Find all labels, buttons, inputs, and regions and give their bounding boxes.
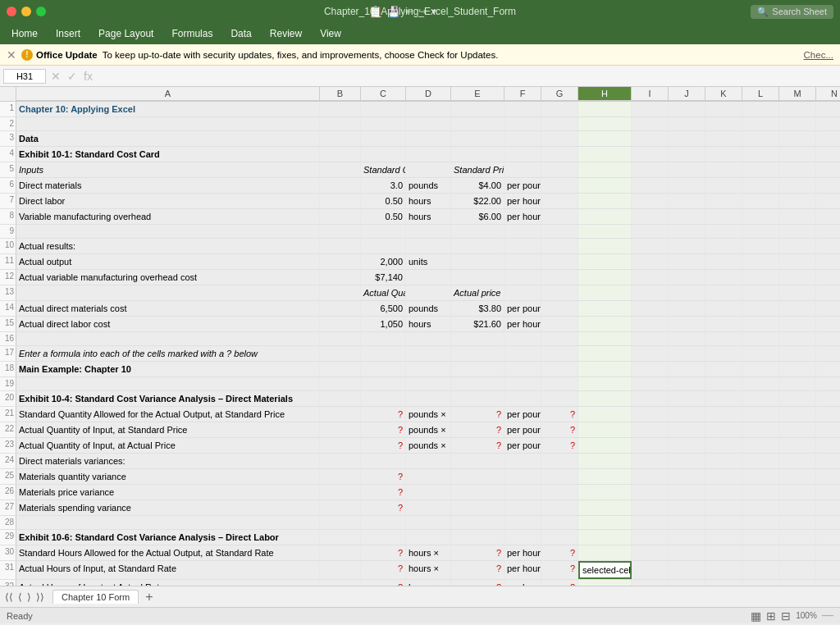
cell-m16[interactable]: [779, 332, 816, 345]
cell-k28[interactable]: [705, 516, 742, 529]
cell-c20[interactable]: [361, 391, 406, 406]
cell-e17[interactable]: [451, 346, 504, 361]
col-header-m[interactable]: M: [779, 87, 816, 101]
cell-f22[interactable]: per pound =: [504, 422, 541, 437]
cell-c11[interactable]: 2,000: [361, 254, 406, 269]
cell-c2[interactable]: [361, 117, 406, 130]
cell-n22[interactable]: [816, 422, 840, 437]
cell-m15[interactable]: [779, 317, 816, 331]
cell-a18[interactable]: Main Example: Chapter 10: [16, 362, 320, 376]
cell-e31[interactable]: ?: [451, 561, 504, 579]
cell-n26[interactable]: [816, 485, 840, 500]
cell-j23[interactable]: [669, 438, 705, 453]
cell-b30[interactable]: [320, 545, 361, 560]
cell-h2[interactable]: [578, 117, 632, 130]
cell-g11[interactable]: [541, 254, 578, 269]
cell-n1[interactable]: [816, 102, 840, 116]
cell-a21[interactable]: Standard Quantity Allowed for the Actual…: [16, 407, 320, 422]
cell-m18[interactable]: [779, 362, 816, 376]
cell-i5[interactable]: [632, 162, 669, 177]
cell-n13[interactable]: [816, 285, 840, 300]
cell-j2[interactable]: [669, 117, 705, 130]
cell-b25[interactable]: [320, 469, 361, 484]
cell-c18[interactable]: [361, 362, 406, 376]
cell-n15[interactable]: [816, 317, 840, 331]
maximize-button[interactable]: [36, 7, 46, 16]
cell-f16[interactable]: [504, 332, 541, 345]
cell-j13[interactable]: [669, 285, 705, 300]
cell-n14[interactable]: [816, 301, 840, 316]
cell-l2[interactable]: [742, 117, 779, 130]
cell-c10[interactable]: [361, 239, 406, 253]
cell-b8[interactable]: [320, 209, 361, 224]
cell-g8[interactable]: [541, 209, 578, 224]
cell-k2[interactable]: [705, 117, 742, 130]
cell-e32[interactable]: ?: [451, 580, 504, 586]
cell-g24[interactable]: [541, 454, 578, 468]
col-header-b[interactable]: B: [320, 87, 361, 101]
cell-g19[interactable]: [541, 377, 578, 390]
cell-d20[interactable]: [406, 391, 451, 406]
cell-g3[interactable]: [541, 131, 578, 146]
cell-j1[interactable]: [669, 102, 705, 116]
cell-g5[interactable]: [541, 162, 578, 177]
cell-a25[interactable]: Materials quantity variance: [16, 469, 320, 484]
cell-i30[interactable]: [632, 545, 669, 560]
cell-n12[interactable]: [816, 270, 840, 285]
cell-k5[interactable]: [705, 162, 742, 177]
cell-b5[interactable]: [320, 162, 361, 177]
cell-g18[interactable]: [541, 362, 578, 376]
cell-l3[interactable]: [742, 131, 779, 146]
cell-g16[interactable]: [541, 332, 578, 345]
cell-k15[interactable]: [705, 317, 742, 331]
cell-a23[interactable]: Actual Quantity of Input, at Actual Pric…: [16, 438, 320, 453]
cell-j31[interactable]: [669, 561, 705, 579]
cell-n24[interactable]: [816, 454, 840, 468]
cell-e4[interactable]: [451, 147, 504, 162]
cell-b2[interactable]: [320, 117, 361, 130]
check-updates-link[interactable]: Chec...: [804, 50, 833, 60]
cell-d28[interactable]: [406, 516, 451, 529]
cell-l1[interactable]: [742, 102, 779, 116]
cell-l27[interactable]: [742, 500, 779, 515]
cell-m22[interactable]: [779, 422, 816, 437]
cell-m1[interactable]: [779, 102, 816, 116]
cell-c32[interactable]: ?: [361, 580, 406, 586]
cell-f11[interactable]: [504, 254, 541, 269]
col-header-i[interactable]: I: [632, 87, 669, 101]
cell-j25[interactable]: [669, 469, 705, 484]
cell-a15[interactable]: Actual direct labor cost: [16, 317, 320, 331]
cell-j19[interactable]: [669, 377, 705, 390]
cell-c31[interactable]: ?: [361, 561, 406, 579]
cell-d2[interactable]: [406, 117, 451, 130]
cell-b3[interactable]: [320, 131, 361, 146]
cell-e21[interactable]: ?: [451, 407, 504, 422]
cell-b28[interactable]: [320, 516, 361, 529]
cell-f12[interactable]: [504, 270, 541, 285]
cell-b7[interactable]: [320, 194, 361, 208]
cell-g2[interactable]: [541, 117, 578, 130]
cell-a22[interactable]: Actual Quantity of Input, at Standard Pr…: [16, 422, 320, 437]
cell-f9[interactable]: [504, 225, 541, 238]
cell-j21[interactable]: [669, 407, 705, 422]
cell-d8[interactable]: hours: [406, 209, 451, 224]
cell-b12[interactable]: [320, 270, 361, 285]
cell-h4[interactable]: [578, 147, 632, 162]
cell-i16[interactable]: [632, 332, 669, 345]
add-sheet-button[interactable]: +: [142, 590, 156, 604]
cell-f27[interactable]: [504, 500, 541, 515]
cell-b16[interactable]: [320, 332, 361, 345]
cell-d32[interactable]: hours ×: [406, 580, 451, 586]
cell-f24[interactable]: [504, 454, 541, 468]
cell-i21[interactable]: [632, 407, 669, 422]
cell-e9[interactable]: [451, 225, 504, 238]
cell-b17[interactable]: [320, 346, 361, 361]
cell-j18[interactable]: [669, 362, 705, 376]
cell-k20[interactable]: [705, 391, 742, 406]
cell-j6[interactable]: [669, 178, 705, 193]
cell-h11[interactable]: [578, 254, 632, 269]
cell-m31[interactable]: [779, 561, 816, 579]
sheet-nav-next[interactable]: ⟩: [25, 591, 33, 603]
cell-h32[interactable]: [578, 580, 632, 586]
cell-a17[interactable]: Enter a formula into each of the cells m…: [16, 346, 320, 361]
